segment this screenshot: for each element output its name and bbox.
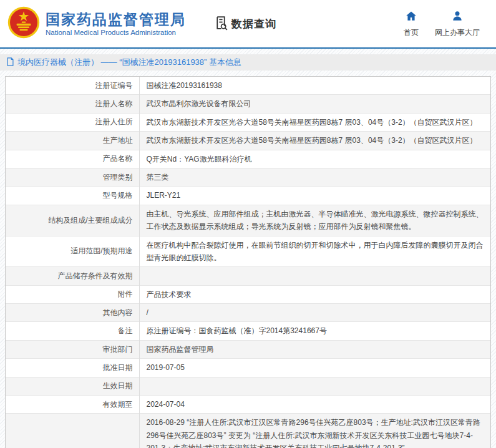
- registration-info-table: 注册证编号国械注准20193161938注册人名称武汉市晶利尔激光设备有限公司注…: [5, 76, 491, 448]
- row-value: 2019-07-05: [139, 359, 490, 377]
- table-row: 注册人名称武汉市晶利尔激光设备有限公司: [6, 95, 490, 113]
- row-label: 管理类别: [6, 168, 139, 186]
- breadcrumb-text: 境内医疗器械（注册） —— “国械注准20193161938” 基本信息: [17, 57, 241, 68]
- data-query-icon: [213, 15, 229, 33]
- org-name-en: National Medical Products Administration: [46, 29, 186, 36]
- table-row: 备注原注册证编号：国食药监械（准）字2014第3241667号: [6, 322, 490, 340]
- header-nav: 首页 网上办事大厅: [404, 10, 480, 38]
- breadcrumb: 境内医疗器械（注册） —— “国械注准20193161938” 基本信息: [0, 54, 496, 71]
- data-query-section: 数据查询: [213, 15, 276, 33]
- table-row: 审批部门国家药品监督管理局: [6, 340, 490, 358]
- home-icon: [405, 10, 417, 25]
- row-label: 审批部门: [6, 340, 139, 358]
- row-value: 国家药品监督管理局: [139, 340, 490, 358]
- row-label: 注册人住所: [6, 113, 139, 131]
- table-row: 注册人住所武汉市东湖新技术开发区光谷大道58号关南福星医药园8栋7 层03、04…: [6, 113, 490, 131]
- row-value: 武汉市东湖新技术开发区光谷大道58号关南福星医药园8栋7 层03、04号（3-2…: [139, 132, 490, 150]
- row-label: 产品储存条件及有效期: [6, 267, 139, 285]
- nav-online-hall[interactable]: 网上办事大厅: [435, 10, 480, 38]
- national-emblem-icon: [7, 6, 40, 41]
- row-value: Q开关Nd：YAG激光眼科治疗机: [139, 150, 490, 168]
- row-value: /: [139, 304, 490, 322]
- table-row: 生效日期: [6, 377, 490, 395]
- table-row: 生产地址武汉市东湖新技术开发区光谷大道58号关南福星医药园8栋7 层03、04号…: [6, 132, 490, 150]
- row-label: 适用范围/预期用途: [6, 236, 139, 267]
- table-row: 批准日期2019-07-05: [6, 359, 490, 377]
- table-row: 注册证编号国械注准20193161938: [6, 77, 490, 95]
- table-row: 产品名称Q开关Nd：YAG激光眼科治疗机: [6, 150, 490, 168]
- nav-online-hall-label: 网上办事大厅: [435, 27, 480, 38]
- table-row: 适用范围/预期用途在医疗机构中配合裂隙灯使用，在眼前节组织的切开和切除术中，用于…: [6, 236, 490, 267]
- row-label: 产品名称: [6, 150, 139, 168]
- table-row: 附件产品技术要求: [6, 285, 490, 303]
- header-divider: [0, 47, 496, 49]
- row-value: 第三类: [139, 168, 490, 186]
- row-label: 型号规格: [6, 187, 139, 205]
- brand-text: 国家药品监督管理局 National Medical Products Admi…: [46, 11, 186, 36]
- data-query-title: 数据查询: [231, 17, 276, 31]
- row-value: 国械注准20193161938: [139, 77, 490, 95]
- row-label: 注册证编号: [6, 77, 139, 95]
- row-value: 武汉市晶利尔激光设备有限公司: [139, 95, 490, 113]
- row-label: 附件: [6, 285, 139, 303]
- row-label: 结构及组成/主要组成成分: [6, 205, 139, 236]
- table-row: 结构及组成/主要组成成分由主机、导光系统、应用部件组成；主机由激光器、半导体瞄准…: [6, 205, 490, 236]
- row-value: 武汉市东湖新技术开发区光谷大道58号关南福星医药园8栋7 层03、04号（3-2…: [139, 113, 490, 131]
- table-row: 管理类别第三类: [6, 168, 490, 186]
- row-value: 2016-08-29 “注册人住所:武汉市江汉区常青路296号佳兴苑乙座803号…: [139, 414, 490, 448]
- row-value: 2024-07-04: [139, 396, 490, 414]
- table-row: 变更情况2016-08-29 “注册人住所:武汉市江汉区常青路296号佳兴苑乙座…: [6, 414, 490, 448]
- row-label: 变更情况: [6, 414, 139, 448]
- row-label: 其他内容: [6, 304, 139, 322]
- row-label: 生产地址: [6, 132, 139, 150]
- table-row: 其他内容/: [6, 304, 490, 322]
- site-header: 国家药品监督管理局 National Medical Products Admi…: [0, 0, 496, 47]
- row-value: 在医疗机构中配合裂隙灯使用，在眼前节组织的切开和切除术中，用于白内障后发障的囊膜…: [139, 236, 490, 267]
- org-name-cn: 国家药品监督管理局: [46, 11, 186, 27]
- row-value: 产品技术要求: [139, 285, 490, 303]
- table-row: 有效期至2024-07-04: [6, 396, 490, 414]
- row-label: 批准日期: [6, 359, 139, 377]
- row-label: 生效日期: [6, 377, 139, 395]
- document-icon: [6, 57, 14, 68]
- table-row: 产品储存条件及有效期: [6, 267, 490, 285]
- row-value: JLER-Y21: [139, 187, 490, 205]
- nav-home[interactable]: 首页: [404, 10, 419, 38]
- row-label: 有效期至: [6, 396, 139, 414]
- row-value: [139, 377, 490, 395]
- nav-home-label: 首页: [404, 27, 419, 38]
- info-table-body: 注册证编号国械注准20193161938注册人名称武汉市晶利尔激光设备有限公司注…: [6, 77, 490, 448]
- row-label: 备注: [6, 322, 139, 340]
- row-label: 注册人名称: [6, 95, 139, 113]
- row-value: 原注册证编号：国食药监械（准）字2014第3241667号: [139, 322, 490, 340]
- row-value: [139, 267, 490, 285]
- table-row: 型号规格JLER-Y21: [6, 187, 490, 205]
- user-icon: [451, 10, 464, 25]
- change-history-paragraph: 2016-08-29 “注册人住所:武汉市江汉区常青路296号佳兴苑乙座803号…: [147, 416, 484, 448]
- row-value: 由主机、导光系统、应用部件组成；主机由激光器、半导体瞄准光、激光电源系统、微控器…: [139, 205, 490, 236]
